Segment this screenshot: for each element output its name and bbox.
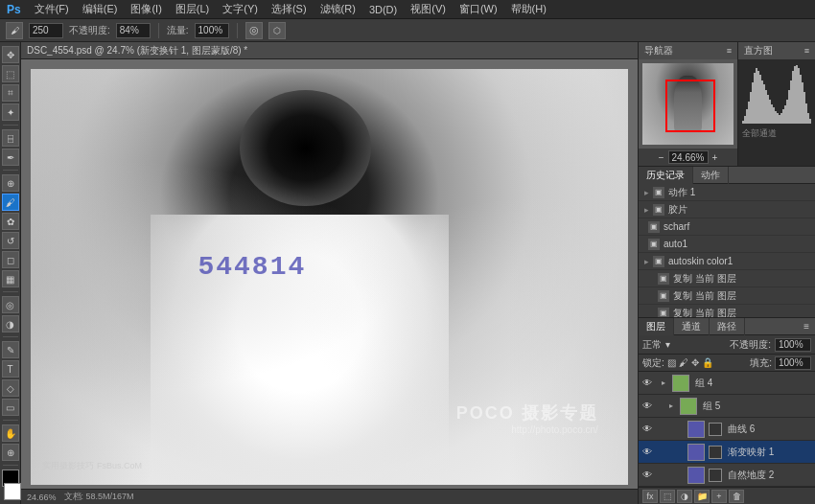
tab-actions[interactable]: 动作: [693, 167, 729, 184]
layer-item[interactable]: 👁 渐变映射 1: [639, 441, 815, 464]
svg-rect-15: [771, 104, 773, 124]
svg-rect-19: [779, 115, 780, 124]
blur-tool[interactable]: ◎: [2, 296, 19, 313]
new-adjustment-btn[interactable]: ◑: [677, 490, 692, 503]
svg-rect-25: [790, 80, 792, 124]
history-brush-tool[interactable]: ↺: [2, 232, 19, 249]
layer-item[interactable]: 👁 曲线 6: [639, 418, 815, 441]
tab-history[interactable]: 历史记录: [639, 167, 693, 184]
brush-size-input[interactable]: [29, 23, 63, 38]
magic-wand-tool[interactable]: ✦: [2, 103, 19, 121]
lock-all-btn[interactable]: 🔒: [702, 357, 713, 368]
svg-rect-33: [805, 103, 807, 124]
layer-eye-icon[interactable]: 👁: [642, 447, 656, 457]
histogram-menu-icon[interactable]: ≡: [804, 46, 809, 56]
history-item[interactable]: ▣ 复制 当前 图层: [639, 287, 815, 305]
tab-paths[interactable]: 路径: [710, 318, 745, 335]
pressure-icon[interactable]: ⬡: [268, 22, 286, 39]
svg-rect-12: [765, 90, 767, 124]
selection-tool[interactable]: ⬚: [2, 65, 19, 82]
lock-transparent-btn[interactable]: ▨: [667, 357, 676, 368]
gradient-tool[interactable]: ▦: [2, 270, 19, 287]
text-tool[interactable]: T: [2, 360, 19, 378]
opacity-label: 不透明度:: [730, 338, 771, 352]
shape-tool[interactable]: ▭: [2, 399, 19, 416]
history-item[interactable]: ▣ 复制 当前 图层: [639, 305, 815, 317]
menu-item-text[interactable]: 文字(Y): [220, 2, 261, 16]
move-tool[interactable]: ✥: [2, 46, 19, 63]
menu-item-select[interactable]: 选择(S): [268, 2, 310, 16]
crop-tool[interactable]: ⌸: [2, 129, 19, 147]
navigator-zoom-input[interactable]: [668, 150, 709, 164]
poco-brand: POCO 摄影专题: [456, 401, 598, 424]
layer-eye-icon[interactable]: 👁: [642, 401, 656, 411]
menu-item-edit[interactable]: 编辑(E): [80, 2, 121, 16]
separator: ▾: [665, 339, 670, 350]
layer-group-arrow[interactable]: ▸: [669, 401, 677, 410]
layer-item[interactable]: 👁 ▸ 组 5: [639, 395, 815, 418]
lock-paint-btn[interactable]: 🖌: [679, 357, 688, 368]
menu-item-filter[interactable]: 滤镜(R): [317, 2, 359, 16]
layer-item[interactable]: 👁 ▸ 组 4: [639, 372, 815, 395]
menu-item-view[interactable]: 视图(V): [408, 2, 449, 16]
layers-menu-icon[interactable]: ≡: [798, 321, 815, 332]
tab-channels[interactable]: 通道: [674, 318, 710, 335]
history-item[interactable]: ▣ 复制 当前 图层: [639, 270, 815, 287]
menu-item-3d[interactable]: 3D(D): [366, 4, 400, 15]
eyedropper-tool[interactable]: ✒: [2, 149, 19, 166]
history-item[interactable]: ▸ ▣ 胶片: [639, 201, 815, 218]
layer-item[interactable]: 👁 自然地度 2: [639, 464, 815, 487]
new-layer-btn[interactable]: +: [711, 490, 727, 503]
opacity-input[interactable]: [116, 23, 151, 38]
opacity-value-input[interactable]: [775, 338, 811, 352]
new-group-btn[interactable]: 📁: [694, 490, 710, 503]
layers-list[interactable]: 👁 ▸ 组 4 👁 ▸ 组 5 👁 曲线 6 👁 渐变映射 1 👁 自然地度 2…: [639, 372, 815, 487]
menu-item-window[interactable]: 窗口(W): [456, 2, 501, 16]
menu-item-file[interactable]: 文件(F): [32, 2, 72, 16]
add-fx-btn[interactable]: fx: [642, 490, 658, 503]
background-color[interactable]: [4, 483, 21, 500]
history-item[interactable]: ▸ ▣ 动作 1: [639, 184, 815, 201]
tab-layers[interactable]: 图层: [639, 318, 674, 335]
menu-item-layer[interactable]: 图层(L): [173, 2, 212, 16]
add-mask-btn[interactable]: ⬚: [660, 490, 675, 503]
pen-tool[interactable]: ✎: [2, 341, 19, 358]
layer-eye-icon[interactable]: 👁: [642, 470, 656, 480]
brush-tool[interactable]: 🖌: [2, 194, 19, 211]
history-list[interactable]: ▸ ▣ 动作 1 ▸ ▣ 胶片 ▣ scharf ▣ auto1 ▸ ▣ aut…: [639, 184, 815, 317]
path-tool[interactable]: ◇: [2, 379, 19, 397]
hand-tool[interactable]: ✋: [2, 424, 19, 442]
history-item[interactable]: ▣ auto1: [639, 236, 815, 253]
canvas-status-bar: 24.66% 文档: 58.5M/167M: [21, 489, 638, 504]
lasso-tool[interactable]: ⌗: [2, 84, 19, 102]
history-item[interactable]: ▣ scharf: [639, 218, 815, 236]
zoom-in-icon[interactable]: +: [712, 152, 718, 163]
eraser-tool[interactable]: ◻: [2, 251, 19, 268]
zoom-out-icon[interactable]: −: [659, 152, 664, 163]
history-item-icon: ▣: [648, 221, 660, 233]
airbrush-icon[interactable]: ◎: [245, 22, 263, 39]
layer-group-arrow[interactable]: ▸: [662, 378, 669, 387]
menu-item-image[interactable]: 图像(I): [128, 2, 164, 16]
layer-eye-icon[interactable]: 👁: [642, 378, 656, 388]
nav-viewport-rect[interactable]: [665, 80, 715, 132]
clone-tool[interactable]: ✿: [2, 213, 19, 230]
fill-value-input[interactable]: [775, 356, 811, 370]
navigator-content[interactable]: [639, 59, 737, 149]
history-item[interactable]: ▸ ▣ autoskin color1: [639, 253, 815, 270]
lock-move-btn[interactable]: ✥: [691, 357, 699, 368]
tool-separator-5: [3, 420, 18, 421]
canvas-content[interactable]: 544814 POCO 摄影专题 http://photo.poco.cn/ 实…: [21, 59, 638, 504]
flow-input[interactable]: [195, 23, 229, 38]
tool-separator-3: [3, 291, 18, 292]
dodge-tool[interactable]: ◑: [2, 315, 19, 332]
history-item-label: scharf: [664, 221, 689, 232]
menu-item-help[interactable]: 帮助(H): [508, 2, 549, 16]
layer-eye-icon[interactable]: 👁: [642, 424, 656, 434]
right-panels: 导航器 ≡ − +: [638, 42, 815, 504]
healing-brush-tool[interactable]: ⊕: [2, 174, 19, 192]
poco-url: http://photo.poco.cn/: [456, 424, 598, 435]
navigator-menu-icon[interactable]: ≡: [727, 46, 732, 56]
delete-layer-btn[interactable]: 🗑: [729, 490, 744, 503]
zoom-tool[interactable]: ⊕: [2, 444, 19, 461]
